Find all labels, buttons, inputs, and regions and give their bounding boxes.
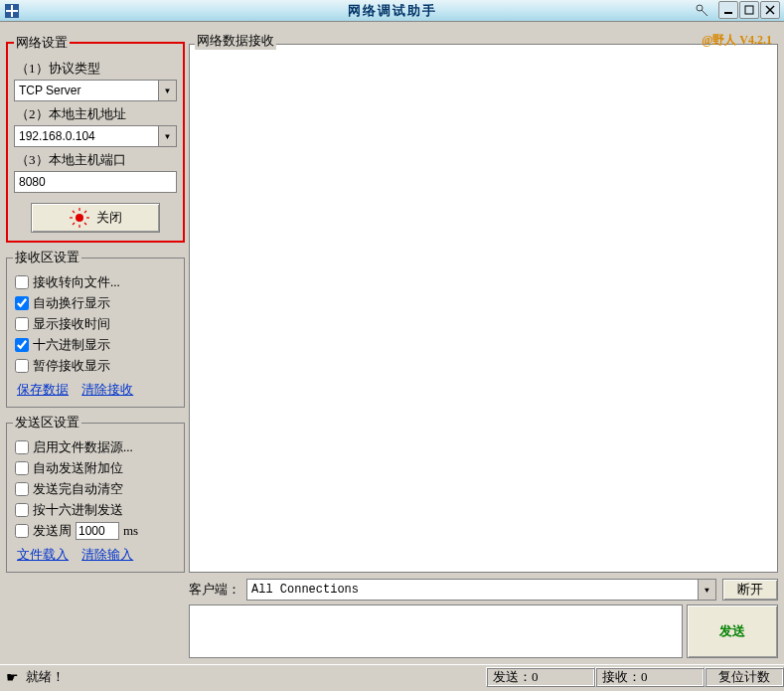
- pin-icon[interactable]: [695, 3, 708, 21]
- protocol-type-label: （1）协议类型: [16, 60, 177, 78]
- recv-to-file-checkbox[interactable]: [15, 275, 29, 289]
- svg-line-14: [73, 211, 75, 213]
- file-source-label: 启用文件数据源...: [33, 438, 133, 456]
- send-button[interactable]: 发送: [687, 605, 778, 658]
- auto-wrap-checkbox[interactable]: [15, 296, 29, 310]
- main-area: 网络设置 （1）协议类型 TCP Server ▼ （2）本地主机地址 192.…: [0, 28, 784, 664]
- close-connection-button[interactable]: 关闭: [31, 203, 160, 233]
- period-send-checkbox[interactable]: [15, 524, 29, 538]
- file-source-checkbox[interactable]: [15, 440, 29, 454]
- send-button-label: 发送: [719, 622, 745, 640]
- close-button-label: 关闭: [96, 209, 122, 227]
- show-time-label: 显示接收时间: [33, 315, 110, 333]
- statusbar: ☛ 就绪！ 发送： 0 接收： 0 复位计数: [0, 664, 784, 688]
- hex-send-label: 按十六进制发送: [33, 501, 123, 519]
- svg-line-16: [73, 223, 75, 225]
- port-input[interactable]: [14, 171, 177, 193]
- disconnect-button[interactable]: 断开: [722, 579, 778, 601]
- recv-to-file-label: 接收转向文件...: [33, 273, 120, 291]
- brand-label: @野人 V4.2.1: [702, 32, 772, 49]
- clear-input-link[interactable]: 清除输入: [81, 547, 133, 562]
- chevron-down-icon: ▼: [158, 81, 176, 100]
- send-count-value: 0: [532, 669, 539, 685]
- reset-count-button[interactable]: 复位计数: [705, 667, 784, 687]
- hex-display-label: 十六进制显示: [33, 336, 110, 354]
- svg-point-9: [76, 214, 83, 222]
- recv-settings-legend: 接收区设置: [13, 249, 81, 266]
- send-count-cell: 发送： 0: [486, 667, 595, 687]
- recv-count-value: 0: [641, 669, 648, 685]
- period-send-label: 发送周: [33, 522, 72, 540]
- network-settings-legend: 网络设置: [14, 34, 70, 52]
- recv-header: 网络数据接收 @野人 V4.2.1: [189, 34, 778, 52]
- save-data-link[interactable]: 保存数据: [17, 382, 69, 397]
- send-textarea[interactable]: [189, 605, 683, 658]
- hex-send-checkbox[interactable]: [15, 503, 29, 517]
- app-icon: [4, 3, 20, 19]
- period-unit-label: ms: [123, 523, 138, 539]
- window-controls: [718, 1, 780, 19]
- recv-textarea[interactable]: [189, 44, 778, 573]
- recv-count-label: 接收：: [602, 668, 641, 686]
- clear-recv-link[interactable]: 清除接收: [81, 382, 133, 397]
- right-panel: 网络数据接收 @野人 V4.2.1 客户端： All Connections ▼…: [189, 34, 778, 658]
- svg-line-15: [84, 223, 86, 225]
- left-panel: 网络设置 （1）协议类型 TCP Server ▼ （2）本地主机地址 192.…: [6, 34, 185, 658]
- recv-settings-group: 接收区设置 接收转向文件... 自动换行显示 显示接收时间 十六进制显示 暂停接…: [6, 249, 185, 408]
- status-ready: 就绪！: [26, 668, 65, 686]
- client-row: 客户端： All Connections ▼ 断开: [189, 579, 778, 601]
- auto-wrap-label: 自动换行显示: [33, 294, 110, 312]
- auto-suffix-checkbox[interactable]: [15, 461, 29, 475]
- hex-display-checkbox[interactable]: [15, 338, 29, 352]
- svg-rect-6: [745, 6, 753, 14]
- auto-suffix-label: 自动发送附加位: [33, 459, 123, 477]
- client-select[interactable]: All Connections ▼: [246, 579, 716, 601]
- recv-area-label: 网络数据接收: [195, 32, 276, 50]
- network-settings-group: 网络设置 （1）协议类型 TCP Server ▼ （2）本地主机地址 192.…: [6, 34, 185, 243]
- send-count-label: 发送：: [493, 668, 532, 686]
- host-value: 192.168.0.104: [19, 129, 95, 143]
- period-input[interactable]: [76, 522, 119, 540]
- file-load-link[interactable]: 文件载入: [17, 547, 69, 562]
- svg-line-17: [84, 211, 86, 213]
- host-select[interactable]: 192.168.0.104 ▼: [14, 125, 177, 147]
- send-row: 发送: [189, 605, 778, 658]
- svg-rect-2: [11, 5, 13, 17]
- window-title: 网络调试助手: [348, 2, 437, 20]
- client-value: All Connections: [251, 583, 359, 597]
- show-time-checkbox[interactable]: [15, 317, 29, 331]
- protocol-select[interactable]: TCP Server ▼: [14, 80, 177, 101]
- pause-recv-label: 暂停接收显示: [33, 357, 110, 375]
- close-button[interactable]: [760, 1, 780, 19]
- send-settings-legend: 发送区设置: [13, 414, 81, 432]
- auto-clear-label: 发送完自动清空: [33, 480, 123, 498]
- svg-line-4: [702, 10, 707, 16]
- hand-icon: ☛: [6, 669, 22, 685]
- client-label: 客户端：: [189, 581, 240, 599]
- disconnect-label: 断开: [737, 581, 763, 599]
- host-address-label: （2）本地主机地址: [16, 105, 177, 123]
- reset-count-label: 复位计数: [718, 668, 770, 686]
- auto-clear-checkbox[interactable]: [15, 482, 29, 496]
- protocol-value: TCP Server: [19, 84, 80, 97]
- pause-recv-checkbox[interactable]: [15, 359, 29, 373]
- chevron-down-icon: ▼: [158, 126, 176, 146]
- sun-icon: [69, 207, 90, 229]
- minimize-button[interactable]: [718, 1, 738, 19]
- chevron-down-icon: ▼: [698, 580, 715, 600]
- send-settings-group: 发送区设置 启用文件数据源... 自动发送附加位 发送完自动清空 按十六进制发送…: [6, 414, 185, 573]
- maximize-button[interactable]: [739, 1, 759, 19]
- host-port-label: （3）本地主机端口: [16, 151, 177, 169]
- titlebar: 网络调试助手: [0, 0, 784, 22]
- recv-count-cell: 接收： 0: [595, 667, 705, 687]
